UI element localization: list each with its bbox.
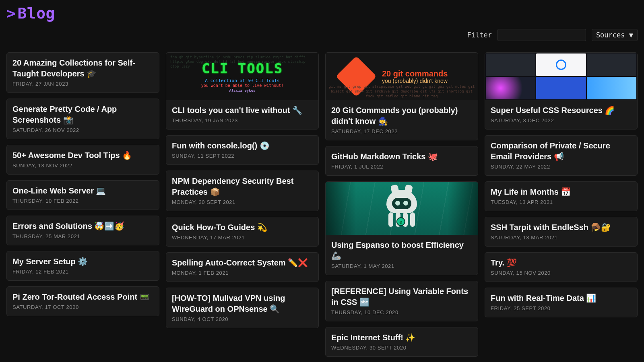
post-date: SUNDAY, 11 SEPT 2022 [172, 153, 313, 159]
post-title: 20 Git Commands you (probably) didn't kn… [331, 105, 472, 127]
post-title: Try. 💯 [491, 257, 632, 268]
post-date: WEDNESDAY, 30 SEPT 2020 [331, 345, 472, 351]
post-card[interactable]: GitHub Markdown Tricks 🐙 FRIDAY, 1 JUL 2… [325, 146, 478, 176]
post-title: [REFERENCE] Using Variable Fonts in CSS … [331, 286, 472, 308]
post-card[interactable]: Try. 💯 SUNDAY, 15 NOV 2020 [485, 252, 638, 282]
post-date: SATURDAY, 26 NOV 2022 [12, 127, 153, 133]
post-date: SUNDAY, 22 MAY 2022 [491, 164, 632, 170]
post-date: SATURDAY, 17 OCT 2020 [12, 304, 153, 310]
post-title: Using Espanso to boost Efficiency 🦾 [331, 240, 472, 261]
post-card[interactable]: Pi Zero Tor-Routed Access Point 📟 SATURD… [6, 286, 159, 316]
post-date: SUNDAY, 4 OCT 2020 [172, 316, 313, 322]
post-card[interactable]: Spelling Auto-Correct System ✏️❌ MONDAY,… [166, 252, 319, 282]
post-date: THURSDAY, 10 FEB 2022 [12, 198, 153, 204]
post-title: Super Useful CSS Resources 🌈 [491, 105, 632, 116]
post-card[interactable]: [HOW-TO] Mullvad VPN using WireGuard on … [166, 288, 319, 328]
post-column: fnm gh git hyperfine jq ncdu procs rip z… [166, 52, 319, 328]
post-title: Comparison of Private / Secure Email Pro… [491, 140, 632, 162]
post-title: One-Line Web Server 💻 [12, 185, 153, 196]
post-card[interactable]: Errors and Solutions 🤯➡️🥳 THURSDAY, 25 M… [6, 216, 159, 245]
post-title: [HOW-TO] Mullvad VPN using WireGuard on … [172, 293, 313, 315]
post-date: SATURDAY, 1 MAY 2021 [331, 263, 472, 269]
post-date: FRIDAY, 12 FEB 2021 [12, 269, 153, 275]
post-title: NPM Dependency Security Best Practices 📦 [172, 176, 313, 197]
controls-bar: Filter Sources ▼ [467, 29, 638, 41]
post-title: SSH Tarpit with EndleSsh 🪤🔐 [491, 222, 632, 233]
post-date: TUESDAY, 13 APR 2021 [491, 199, 632, 205]
post-card[interactable]: Quick How-To Guides 💫 WEDNESDAY, 17 MAR … [166, 217, 319, 247]
post-title: Fun with Real-Time Data 📊 [491, 293, 632, 304]
post-card[interactable]: 20 git commandsyou (probably) didn't kno… [325, 52, 478, 140]
post-date: FRIDAY, 27 JAN 2023 [12, 81, 153, 87]
post-date: SATURDAY, 13 MAR 2021 [491, 234, 632, 241]
filter-label: Filter [467, 31, 491, 39]
post-card[interactable]: My Server Setup ⚙️ FRIDAY, 12 FEB 2021 [6, 251, 159, 281]
post-grid: 20 Amazing Collections for Self-Taught D… [6, 52, 638, 357]
post-card[interactable]: e Using Espanso to boost Efficiency 🦾 SA… [325, 181, 478, 275]
post-card[interactable]: Generate Pretty Code / App Screenshots 📸… [6, 99, 159, 139]
post-title: 50+ Awesome Dev Tool Tips 🔥 [12, 150, 153, 161]
post-date: SUNDAY, 15 NOV 2020 [491, 270, 632, 276]
post-card[interactable]: Fun with console.log() 💿 SUNDAY, 11 SEPT… [166, 135, 319, 165]
page-title: >Blog [6, 6, 55, 21]
octocat-icon: e [384, 190, 419, 227]
post-card[interactable]: Fun with Real-Time Data 📊 FRIDAY, 25 SEP… [485, 288, 638, 317]
post-column: 20 Amazing Collections for Self-Taught D… [6, 52, 159, 316]
post-card[interactable]: Epic Internet Stuff! ✨ WEDNESDAY, 30 SEP… [325, 327, 478, 357]
post-card[interactable]: One-Line Web Server 💻 THURSDAY, 10 FEB 2… [6, 180, 159, 210]
post-date: THURSDAY, 19 JAN 2023 [172, 117, 313, 123]
post-date: SUNDAY, 13 NOV 2022 [12, 162, 153, 169]
post-date: THURSDAY, 25 MAR 2021 [12, 233, 153, 239]
post-date: MONDAY, 20 SEPT 2021 [172, 199, 313, 205]
post-card[interactable]: 20 Amazing Collections for Self-Taught D… [6, 52, 159, 93]
post-date: FRIDAY, 25 SEPT 2020 [491, 305, 632, 311]
filter-input[interactable] [497, 29, 586, 41]
post-card[interactable]: fnm gh git hyperfine jq ncdu procs rip z… [166, 52, 319, 130]
prompt-icon: > [6, 4, 16, 22]
post-card[interactable]: SSH Tarpit with EndleSsh 🪤🔐 SATURDAY, 13… [485, 217, 638, 247]
post-title: Pi Zero Tor-Routed Access Point 📟 [12, 292, 153, 302]
post-card[interactable]: NPM Dependency Security Best Practices 📦… [166, 171, 319, 211]
post-card[interactable]: Comparison of Private / Secure Email Pro… [485, 135, 638, 176]
post-title: Epic Internet Stuff! ✨ [331, 332, 472, 343]
post-thumbnail: 20 git commandsyou (probably) didn't kno… [326, 53, 478, 100]
post-title: Errors and Solutions 🤯➡️🥳 [12, 221, 153, 232]
post-thumbnail [485, 53, 637, 100]
post-title: 20 Amazing Collections for Self-Taught D… [12, 58, 153, 79]
post-date: THURSDAY, 10 DEC 2020 [331, 309, 472, 315]
post-title: GitHub Markdown Tricks 🐙 [331, 151, 472, 162]
post-date: SATURDAY, 17 DEC 2022 [331, 128, 472, 134]
post-title: Quick How-To Guides 💫 [172, 222, 313, 233]
post-title: Spelling Auto-Correct System ✏️❌ [172, 257, 313, 268]
post-date: SATURDAY, 3 DEC 2022 [491, 117, 632, 123]
post-column: 20 git commandsyou (probably) didn't kno… [325, 52, 478, 357]
post-card[interactable]: Super Useful CSS Resources 🌈 SATURDAY, 3… [485, 52, 638, 130]
post-title: CLI tools you can't live without 🔧 [172, 105, 313, 116]
post-date: FRIDAY, 1 JUL 2022 [331, 164, 472, 170]
post-card[interactable]: [REFERENCE] Using Variable Fonts in CSS … [325, 281, 478, 321]
post-title: My Server Setup ⚙️ [12, 256, 153, 267]
post-title: Generate Pretty Code / App Screenshots 📸 [12, 104, 153, 125]
page-title-text: Blog [17, 4, 55, 22]
post-date: WEDNESDAY, 17 MAR 2021 [172, 234, 313, 241]
post-column: Super Useful CSS Resources 🌈 SATURDAY, 3… [485, 52, 638, 317]
post-title: My Life in Months 📅 [491, 187, 632, 197]
post-card[interactable]: 50+ Awesome Dev Tool Tips 🔥 SUNDAY, 13 N… [6, 145, 159, 175]
post-thumbnail: e [326, 182, 478, 235]
post-date: MONDAY, 1 FEB 2021 [172, 270, 313, 276]
post-thumbnail: fnm gh git hyperfine jq ncdu procs rip z… [166, 53, 318, 100]
sources-dropdown[interactable]: Sources ▼ [592, 29, 638, 41]
post-card[interactable]: My Life in Months 📅 TUESDAY, 13 APR 2021 [485, 181, 638, 211]
post-title: Fun with console.log() 💿 [172, 140, 313, 151]
